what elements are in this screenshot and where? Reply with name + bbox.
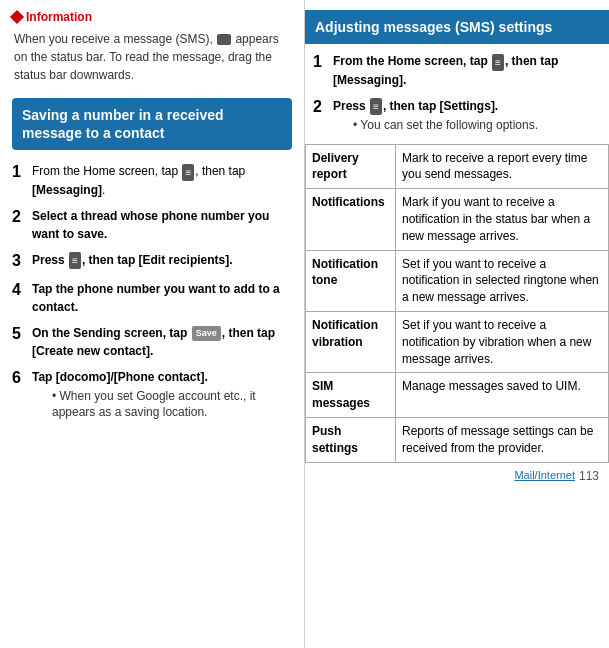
right-step-1-num: 1 <box>313 52 327 73</box>
table-row: SIM messages Manage messages saved to UI… <box>306 373 609 418</box>
table-row: Delivery report Mark to receive a report… <box>306 144 609 189</box>
adjusting-header: Adjusting messages (SMS) settings <box>305 10 609 44</box>
step-5-num: 5 <box>12 324 26 345</box>
table-cell-value: Set if you want to receive a notificatio… <box>396 250 609 311</box>
table-cell-value: Reports of message settings can be recei… <box>396 418 609 463</box>
step-4-text: Tap the phone number you want to add to … <box>32 280 292 316</box>
menu-icon-2: ≡ <box>69 252 81 269</box>
table-row: Notification tone Set if you want to rec… <box>306 250 609 311</box>
step-3-text: Press ≡, then tap [Edit recipients]. <box>32 251 292 269</box>
step-5-text: On the Sending screen, tap Save, then ta… <box>32 324 292 360</box>
step-1-num: 1 <box>12 162 26 183</box>
step-1: 1 From the Home screen, tap ≡, then tap … <box>12 162 292 198</box>
menu-icon-3: ≡ <box>492 54 504 71</box>
step-3: 3 Press ≡, then tap [Edit recipients]. <box>12 251 292 272</box>
step-6-text: Tap [docomo]/[Phone contact]. <box>32 370 208 384</box>
left-column: Information When you receive a message (… <box>0 0 305 648</box>
step-5: 5 On the Sending screen, tap Save, then … <box>12 324 292 360</box>
info-title: Information <box>26 10 92 24</box>
info-diamond-icon <box>10 10 24 24</box>
table-cell-label: Notifications <box>306 189 396 250</box>
right-step-2-sub: You can set the following options. <box>333 117 601 134</box>
right-step-2-text: Press ≡, then tap [Settings]. <box>333 99 498 113</box>
menu-icon-4: ≡ <box>370 98 382 115</box>
step-4-num: 4 <box>12 280 26 301</box>
step-1-text: From the Home screen, tap ≡, then tap [M… <box>32 162 292 198</box>
step-6-num: 6 <box>12 368 26 389</box>
right-step-1-text: From the Home screen, tap ≡, then tap [M… <box>333 52 601 88</box>
right-step-2: 2 Press ≡, then tap [Settings]. You can … <box>313 97 601 134</box>
table-cell-label: Notification vibration <box>306 312 396 373</box>
table-cell-label: Notification tone <box>306 250 396 311</box>
footer: Mail/Internet 113 <box>305 463 609 483</box>
step-6-sub: When you set Google account etc., it app… <box>32 388 292 422</box>
footer-label: Mail/Internet <box>514 469 575 483</box>
step-6: 6 Tap [docomo]/[Phone contact]. When you… <box>12 368 292 422</box>
table-cell-label: SIM messages <box>306 373 396 418</box>
table-cell-value: Mark if you want to receive a notificati… <box>396 189 609 250</box>
right-steps: 1 From the Home screen, tap ≡, then tap … <box>305 52 609 133</box>
step-2-text: Select a thread whose phone number you w… <box>32 207 292 243</box>
table-cell-label: Delivery report <box>306 144 396 189</box>
table-cell-value: Mark to receive a report every time you … <box>396 144 609 189</box>
save-icon: Save <box>192 326 221 342</box>
table-cell-value: Set if you want to receive a notificatio… <box>396 312 609 373</box>
section-title-saving: Saving a number in a received message to… <box>12 98 292 150</box>
info-header: Information <box>12 10 292 24</box>
table-row: Notifications Mark if you want to receiv… <box>306 189 609 250</box>
right-step-2-num: 2 <box>313 97 327 118</box>
settings-table: Delivery report Mark to receive a report… <box>305 144 609 463</box>
step-2-num: 2 <box>12 207 26 228</box>
footer-page: 113 <box>579 469 599 483</box>
menu-icon: ≡ <box>182 164 194 181</box>
step-2: 2 Select a thread whose phone number you… <box>12 207 292 243</box>
table-cell-value: Manage messages saved to UIM. <box>396 373 609 418</box>
table-row: Push settings Reports of message setting… <box>306 418 609 463</box>
sms-icon <box>217 34 231 45</box>
info-body: When you receive a message (SMS), appear… <box>12 30 292 84</box>
step-4: 4 Tap the phone number you want to add t… <box>12 280 292 316</box>
step-3-num: 3 <box>12 251 26 272</box>
right-step-1: 1 From the Home screen, tap ≡, then tap … <box>313 52 601 88</box>
table-cell-label: Push settings <box>306 418 396 463</box>
right-column: Adjusting messages (SMS) settings 1 From… <box>305 0 609 648</box>
table-row: Notification vibration Set if you want t… <box>306 312 609 373</box>
